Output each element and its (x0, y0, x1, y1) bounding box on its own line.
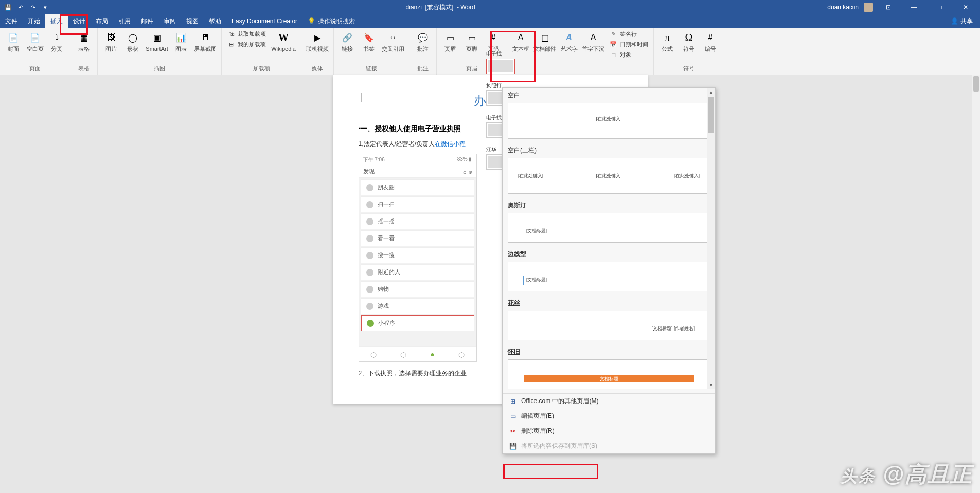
smartart-icon: ▣ (150, 30, 164, 45)
text-box-icon: A (513, 30, 528, 45)
maximize-icon[interactable]: □ (930, 0, 950, 14)
share-button[interactable]: 👤 共享 (951, 14, 980, 28)
get-addins-label: 获取加载项 (238, 30, 266, 38)
signature-line-button[interactable]: ✎签名行 (607, 29, 650, 39)
equation-button[interactable]: π公式 (657, 29, 678, 52)
save-icon[interactable]: 💾 (4, 3, 12, 11)
gallery-preview-banded[interactable]: [文档标题] (508, 262, 710, 291)
gallery-preview-austin[interactable]: [文档标题] (508, 213, 710, 243)
minimize-icon[interactable]: — (904, 0, 924, 14)
tell-me-search[interactable]: 💡 操作说明搜索 (308, 14, 355, 28)
group-illustrations-label: 插图 (154, 64, 165, 75)
cross-reference-button[interactable]: ↔交叉引用 (380, 29, 406, 52)
qat-more-icon[interactable]: ▾ (41, 3, 49, 11)
wikipedia-button[interactable]: WWikipedia (269, 29, 298, 52)
close-icon[interactable]: ✕ (955, 0, 976, 14)
link-button[interactable]: 🔗链接 (337, 29, 358, 52)
symbol-button[interactable]: Ω符号 (679, 29, 699, 52)
tab-view[interactable]: 视图 (181, 14, 204, 28)
number-icon: # (703, 30, 718, 45)
video-icon: ▶ (310, 30, 325, 45)
wordart-button[interactable]: A艺术字 (559, 29, 579, 52)
edit-header-icon: ▭ (509, 412, 517, 421)
gallery-scrollbar[interactable]: ▲▼ (707, 88, 715, 389)
pictures-button[interactable]: 🖼图片 (101, 29, 121, 52)
cover-page-button[interactable]: 📄封面 (3, 29, 24, 52)
ribbon-options-icon[interactable]: ⊡ (878, 0, 899, 14)
vertical-scrollbar[interactable] (972, 75, 980, 493)
tab-review[interactable]: 审阅 (158, 14, 181, 28)
blank-page-button[interactable]: 📄空白页 (25, 29, 45, 52)
page-number-button[interactable]: #页码 (483, 29, 504, 52)
tab-mailings[interactable]: 邮件 (136, 14, 158, 28)
object-icon: ◻ (609, 50, 617, 59)
tab-references[interactable]: 引用 (113, 14, 136, 28)
group-links: 🔗链接 🔖书签 ↔交叉引用 链接 (334, 28, 409, 75)
table-button[interactable]: ▦表格 (74, 29, 94, 52)
datetime-icon: 📅 (609, 40, 617, 48)
phone-tabbar: ◌◌●◌ (359, 346, 476, 361)
drop-cap-button[interactable]: A首字下沉 (580, 29, 606, 52)
blank-page-label: 空白页 (27, 46, 44, 52)
gallery-preview-blank[interactable]: [在此处键入] (508, 103, 710, 139)
gallery-edit-header[interactable]: ▭编辑页眉(E) (503, 409, 715, 424)
cross-ref-icon: ↔ (386, 30, 400, 45)
gallery-footer: ⊞Office.com 中的其他页眉(M) ▭编辑页眉(E) ✂删除页眉(R) … (503, 393, 715, 453)
screenshot-button[interactable]: 🖥屏幕截图 (192, 29, 218, 52)
gallery-preview-filigree[interactable]: [文档标题] [作者姓名] (508, 311, 710, 340)
tab-help[interactable]: 帮助 (204, 14, 226, 28)
phone-battery: 83% ▮ (457, 156, 472, 163)
gallery-item-label: 编辑页眉(E) (521, 412, 554, 421)
tab-design[interactable]: 设计 (68, 14, 91, 28)
tab-layout[interactable]: 布局 (91, 14, 113, 28)
wordart-label: 艺术字 (561, 46, 578, 52)
smartart-button[interactable]: ▣SmartArt (144, 29, 170, 52)
user-avatar[interactable] (864, 3, 873, 12)
quick-parts-button[interactable]: ◫文档部件 (532, 29, 558, 52)
my-addins-icon: ⊞ (227, 40, 235, 48)
wikipedia-label: Wikipedia (271, 46, 296, 52)
title-bar: 💾 ↶ ↷ ▾ dianzi [兼容模式] - Word duan kaixin… (0, 0, 980, 14)
tab-home[interactable]: 开始 (23, 14, 45, 28)
number-button[interactable]: #编号 (700, 29, 721, 52)
gallery-preview-retro[interactable]: 文档标题 (508, 359, 710, 389)
tab-file[interactable]: 文件 (0, 14, 23, 28)
text-box-button[interactable]: A文本框 (510, 29, 531, 52)
get-addins-button[interactable]: 🛍获取加载项 (225, 29, 268, 39)
thumb-label: 电子找 (486, 50, 515, 58)
object-button[interactable]: ◻对象 (607, 50, 650, 59)
header-icon: ▭ (443, 30, 457, 45)
redo-icon[interactable]: ↷ (29, 3, 37, 11)
gallery-remove-header[interactable]: ✂删除页眉(R) (503, 424, 715, 439)
gallery-scroll-thumb[interactable] (708, 97, 714, 133)
signature-label: 签名行 (620, 30, 637, 38)
page-break-button[interactable]: ⤵分页 (46, 29, 67, 52)
symbol-icon: Ω (682, 30, 696, 45)
page-break-icon: ⤵ (49, 30, 64, 45)
chart-button[interactable]: 📊图表 (171, 29, 191, 52)
watermark: 头条 @高且正 (841, 460, 973, 489)
scrollbar-thumb[interactable] (973, 76, 979, 92)
online-video-button[interactable]: ▶联机视频 (305, 29, 330, 52)
date-time-button[interactable]: 📅日期和时间 (607, 40, 650, 49)
gallery-preview-3col[interactable]: [在此处键入][在此处键入][在此处键入] (508, 158, 710, 194)
shapes-button[interactable]: ◯形状 (122, 29, 143, 52)
phone-discover: 发现 (363, 168, 375, 175)
comment-icon: 💬 (416, 30, 430, 45)
quick-access-toolbar: 💾 ↶ ↷ ▾ (0, 3, 54, 11)
row-icon (366, 303, 373, 310)
header-button[interactable]: ▭页眉 (440, 29, 460, 52)
my-addins-button[interactable]: ⊞我的加载项 (225, 40, 268, 49)
comment-button[interactable]: 💬批注 (413, 29, 433, 52)
user-name[interactable]: duan kaixin (827, 4, 859, 11)
bookmark-button[interactable]: 🔖书签 (359, 29, 379, 52)
shapes-label: 形状 (127, 46, 138, 52)
tab-easy-document-creator[interactable]: Easy Document Creator (226, 14, 302, 28)
gallery-office-more[interactable]: ⊞Office.com 中的其他页眉(M) (503, 394, 715, 409)
page-number-icon: # (486, 30, 501, 45)
undo-icon[interactable]: ↶ (16, 3, 25, 11)
scroll-down-icon[interactable]: ▼ (707, 381, 715, 389)
scroll-up-icon[interactable]: ▲ (707, 88, 715, 96)
tab-insert[interactable]: 插入 (45, 14, 68, 28)
footer-button[interactable]: ▭页脚 (461, 29, 482, 52)
